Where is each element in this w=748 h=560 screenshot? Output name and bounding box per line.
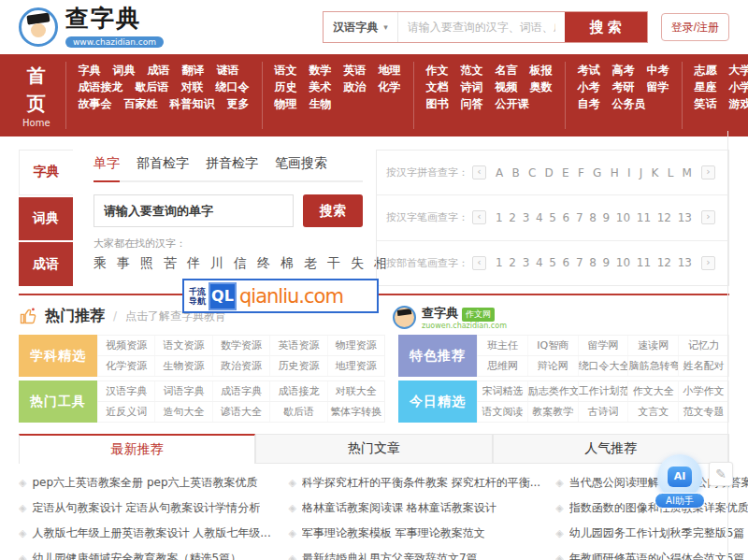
nav-link[interactable]: 公开课 xyxy=(496,95,529,112)
stroke-count-link[interactable]: 8 xyxy=(589,211,597,224)
side-tab-zidian[interactable]: 字典 xyxy=(19,150,73,195)
nav-link[interactable]: 小考 xyxy=(578,79,600,95)
nav-link[interactable]: 英语 xyxy=(344,62,367,79)
pinyin-letter-link[interactable]: C xyxy=(528,166,536,179)
article-list-item[interactable]: ◈ 幼儿园园务工作计划秋季完整版5篇 xyxy=(555,521,748,546)
category-link[interactable]: 文言文 xyxy=(627,402,678,422)
nav-link[interactable]: 语文 xyxy=(275,62,297,79)
nav-link[interactable]: 歇后语 xyxy=(136,79,169,95)
char-search-button[interactable]: 搜索 xyxy=(303,194,363,227)
article-list-item[interactable]: ◈ 指数函数的图像和性质教案详案优质一等奖... xyxy=(555,495,748,521)
site-logo[interactable]: 查字典 www.chazidian.com xyxy=(19,7,164,49)
nav-link[interactable]: 问答 xyxy=(461,95,483,112)
category-link[interactable]: 工作计划范文 xyxy=(578,381,628,401)
category-link[interactable]: 辩论网 xyxy=(527,356,578,376)
category-link[interactable]: 记忆力 xyxy=(678,336,728,355)
article-list-item[interactable]: ◈ 科学探究杠杆的平衡条件教案 探究杠杆的平衡... xyxy=(288,470,540,495)
stroke-count-link[interactable]: 4 xyxy=(536,256,543,269)
nav-link[interactable]: 星座 xyxy=(695,79,717,95)
hot-char-link[interactable]: 伴 xyxy=(187,255,200,272)
stroke-count-link[interactable]: 9 xyxy=(603,211,611,224)
nav-link[interactable]: 故事会 xyxy=(79,95,112,112)
article-list-item[interactable]: ◈ 最新结婚典礼男方父亲致辞范文7篇 xyxy=(288,546,540,560)
category-link[interactable]: 思维网 xyxy=(477,356,527,376)
nav-link[interactable]: 奥数 xyxy=(530,79,553,95)
nav-link[interactable]: 中考 xyxy=(647,62,669,79)
tab-latest-recommend[interactable]: 最新推荐 xyxy=(19,434,255,464)
article-list-item[interactable]: ◈ 军事理论教案模板 军事理论教案范文 xyxy=(288,521,540,546)
category-link[interactable]: 英语资源 xyxy=(269,336,326,355)
nav-link[interactable]: 词典 xyxy=(113,62,136,79)
prev-arrow-icon[interactable]: ‹ xyxy=(472,210,486,224)
article-list-item[interactable]: ◈ 年教师研修英语的心得体会范文5篇 xyxy=(555,546,748,560)
category-link[interactable]: 生物资源 xyxy=(154,356,211,376)
nav-link[interactable]: 数学 xyxy=(309,62,332,79)
category-link[interactable]: 班主任 xyxy=(477,336,527,355)
category-link[interactable]: 留学网 xyxy=(578,336,628,355)
nav-link[interactable]: 生物 xyxy=(309,95,332,112)
pinyin-letter-link[interactable]: D xyxy=(545,166,554,179)
pinyin-letter-link[interactable]: A xyxy=(496,166,503,179)
category-link[interactable]: 造句大全 xyxy=(154,402,211,422)
pinyin-letter-link[interactable]: I xyxy=(627,166,631,179)
hot-char-link[interactable]: 川 xyxy=(210,255,223,272)
pinyin-letter-link[interactable]: B xyxy=(511,166,519,179)
stroke-count-link[interactable]: 12 xyxy=(657,256,671,269)
nav-link[interactable]: 化学 xyxy=(379,79,401,95)
tab-radical-lookup[interactable]: 部首检字 xyxy=(137,155,189,172)
category-link[interactable]: IQ智商 xyxy=(527,336,578,355)
prev-arrow-icon[interactable]: ‹ xyxy=(472,256,486,270)
nav-link[interactable]: 名言 xyxy=(496,62,518,79)
article-list-item[interactable]: ◈ 定语从句教案设计 定语从句教案设计学情分析 xyxy=(19,495,273,521)
pinyin-letter-link[interactable]: F xyxy=(578,166,584,179)
nav-link[interactable]: 游戏 xyxy=(729,95,748,112)
category-link[interactable]: 成语字典 xyxy=(212,381,269,401)
category-link[interactable]: 姓名配对 xyxy=(678,356,728,376)
category-link[interactable]: 政治资源 xyxy=(212,356,269,376)
stroke-count-link[interactable]: 2 xyxy=(509,256,516,269)
next-arrow-icon[interactable]: › xyxy=(701,165,715,179)
nav-link[interactable]: 自考 xyxy=(578,95,600,112)
pinyin-letter-link[interactable]: G xyxy=(593,166,601,179)
category-link[interactable]: 速读网 xyxy=(627,336,678,355)
nav-link[interactable]: 绕口令 xyxy=(216,79,250,95)
nav-link[interactable]: 字典 xyxy=(79,62,101,79)
next-arrow-icon[interactable]: › xyxy=(701,256,715,270)
category-link[interactable]: 视频资源 xyxy=(97,336,154,355)
nav-link[interactable]: 大学 xyxy=(729,62,748,79)
category-link[interactable]: 作文大全 xyxy=(627,381,678,401)
stroke-count-link[interactable]: 1 xyxy=(496,256,503,269)
nav-link[interactable]: 文档 xyxy=(426,79,449,95)
stroke-count-link[interactable]: 7 xyxy=(576,256,583,269)
pinyin-letter-link[interactable]: H xyxy=(611,166,619,179)
ai-assistant-widget[interactable]: AI AI助手 xyxy=(654,454,705,509)
side-tab-chengyu[interactable]: 成语 xyxy=(19,242,73,286)
article-list-item[interactable]: ◈ pep六上英语教案全册 pep六上英语教案优质 xyxy=(19,470,273,495)
stroke-count-link[interactable]: 11 xyxy=(637,211,651,224)
pinyin-letter-link[interactable]: M xyxy=(683,166,692,179)
stroke-count-link[interactable]: 6 xyxy=(563,256,570,269)
next-arrow-icon[interactable]: › xyxy=(701,210,715,224)
stroke-count-link[interactable]: 2 xyxy=(509,211,516,224)
hot-char-link[interactable]: 乘 xyxy=(94,255,107,272)
nav-link[interactable]: 物理 xyxy=(275,95,297,112)
category-link[interactable]: 谚语大全 xyxy=(212,402,269,422)
stroke-count-link[interactable]: 9 xyxy=(603,256,611,269)
prev-arrow-icon[interactable]: ‹ xyxy=(472,165,486,179)
hot-char-link[interactable]: 老 xyxy=(304,255,317,272)
nav-link[interactable]: 百家姓 xyxy=(124,95,158,112)
category-link[interactable]: 脑筋急转弯 xyxy=(627,356,678,376)
category-link[interactable]: 绕口令大全 xyxy=(578,356,628,376)
category-link[interactable]: 教案教学 xyxy=(527,402,578,422)
category-link[interactable]: 对联大全 xyxy=(327,381,384,401)
category-link[interactable]: 古诗词 xyxy=(578,402,628,422)
hot-char-link[interactable]: 终 xyxy=(257,255,270,272)
nav-link[interactable]: 科普知识 xyxy=(170,95,215,112)
zuowen-site-logo[interactable]: 查字典作文网 zuowen.chazidian.com xyxy=(393,303,507,331)
nav-link[interactable]: 图书 xyxy=(426,95,449,112)
category-link[interactable]: 物理资源 xyxy=(327,336,384,355)
category-link[interactable]: 宋词精选 xyxy=(477,381,527,401)
char-search-input[interactable] xyxy=(94,194,294,227)
category-link[interactable]: 近反义词 xyxy=(97,402,154,422)
nav-link[interactable]: 更多 xyxy=(227,95,250,112)
